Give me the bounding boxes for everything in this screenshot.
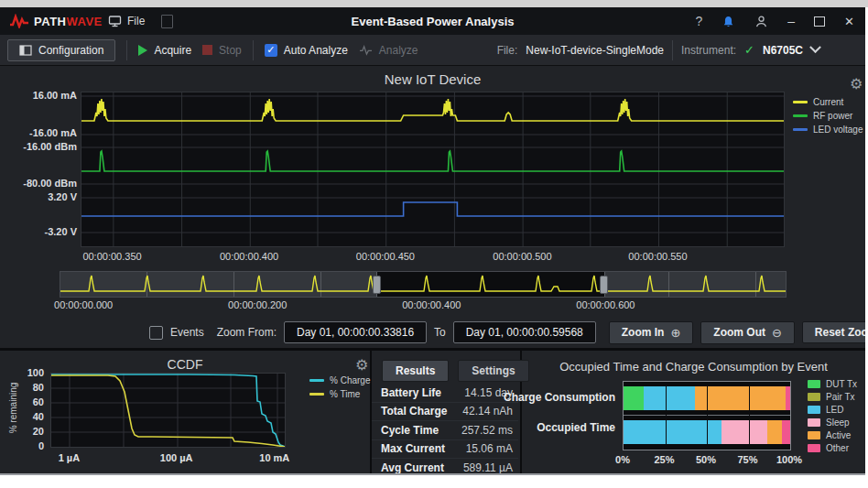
minimap-current-trace (60, 276, 786, 291)
bar-segment-other (786, 386, 790, 410)
event-chart-x-axis-labels: 0%25%50%75%100% (623, 454, 789, 467)
stop-button[interactable]: Stop (202, 44, 242, 57)
results-table: Battery Life14.15 dayTotal Charge42.14 n… (372, 384, 518, 473)
screenshot-stage: PATHWAVE File Event-Based Power Analysis… (0, 0, 868, 488)
tick-label: 00:00:00.000 (54, 299, 113, 310)
ccdf-settings-gear-icon[interactable]: ⚙ (355, 358, 368, 373)
event-chart-gridline (666, 382, 667, 450)
legend-item: RF power (793, 111, 863, 121)
main-chart-legend: CurrentRF powerLED voltage (793, 97, 863, 135)
bar-segment-active (695, 386, 785, 410)
zoom-to-input[interactable] (453, 321, 596, 343)
toolbar: Configuration Acquire Stop ✓ Auto Analyz… (0, 35, 865, 66)
result-label: Battery Life (381, 386, 441, 399)
auto-analyze-checkbox-checked[interactable]: ✓ (265, 44, 277, 57)
result-label: Cycle Time (381, 424, 439, 437)
legend-item: Sleep (808, 418, 857, 428)
tick-label: 00:00:00.500 (493, 251, 551, 262)
notifications-bell-icon[interactable] (722, 15, 735, 28)
zoom-out-button[interactable]: Zoom Out ⊖ (700, 321, 795, 344)
zoom-in-label: Zoom In (622, 326, 665, 339)
minimap-right-handle[interactable] (600, 276, 608, 294)
legend-swatch (808, 393, 820, 401)
event-chart-title: Occupied Time and Charge Consumption by … (522, 360, 865, 374)
legend-item: Active (808, 430, 857, 440)
toolbar-separator (253, 40, 254, 60)
ccdf-svg (51, 374, 285, 447)
event-chart-legend: DUT TxPair TxLEDSleepActiveOther (808, 379, 857, 453)
legend-item: % Time (309, 389, 370, 399)
acquire-button[interactable]: Acquire (138, 44, 191, 57)
main-waveform-plot[interactable] (81, 92, 785, 247)
bar-segment-dut-tx (624, 386, 644, 410)
result-row: Cycle Time257.52 ms (372, 421, 518, 440)
legend-swatch (808, 380, 820, 388)
zoom-in-button[interactable]: Zoom In ⊕ (609, 321, 694, 344)
tab-results[interactable]: Results (382, 360, 449, 382)
main-chart-settings-gear-icon[interactable]: ⚙ (850, 77, 863, 92)
tick-label: 3.20 V (48, 191, 77, 202)
legend-label: LED voltage (813, 125, 863, 135)
zoom-from-input[interactable] (284, 321, 427, 343)
main-chart-x-axis-labels: 00:00:00.35000:00:00.40000:00:00.45000:0… (81, 251, 783, 264)
sidebar-panel-icon (19, 45, 32, 56)
tab-settings[interactable]: Settings (458, 360, 528, 382)
tick-label: 10 mA (259, 452, 289, 463)
event-chart-gridline (749, 382, 750, 450)
legend-item: DUT Tx (808, 379, 857, 389)
user-account-icon[interactable] (754, 15, 768, 28)
legend-swatch (808, 444, 820, 452)
maximize-button[interactable] (814, 16, 825, 27)
instrument-value[interactable]: N6705C (763, 44, 803, 57)
configuration-button[interactable]: Configuration (7, 39, 115, 61)
tick-label: 60 (33, 396, 44, 407)
tick-label: 80 (33, 382, 44, 393)
result-value: 257.52 ms (461, 424, 513, 437)
instrument-connected-check-icon: ✓ (744, 43, 754, 57)
ccdf-title: CCDF (0, 357, 370, 372)
legend-label: RF power (813, 111, 852, 121)
auto-analyze-toggle[interactable]: ✓ Auto Analyze (265, 44, 348, 57)
result-label: Max Current (381, 442, 445, 455)
minimap-x-axis-labels: 00:00:00.00000:00:00.20000:00:00.40000:0… (60, 299, 785, 312)
toolbar-separator (126, 40, 127, 60)
result-row: Avg Current589.11 µA (372, 459, 518, 473)
file-label: File: (497, 44, 518, 57)
instrument-label: Instrument: (681, 44, 736, 57)
tick-label: 00:00:00.450 (356, 251, 415, 262)
legend-label: Sleep (826, 418, 850, 428)
result-label: Avg Current (381, 461, 444, 473)
reset-zoom-label: Reset Zoom (815, 326, 865, 339)
events-checkbox[interactable] (149, 326, 163, 340)
reset-zoom-button[interactable]: Reset Zoom (802, 321, 865, 343)
tick-label: 00:00:00.400 (220, 251, 278, 262)
minimap-left-handle[interactable] (373, 276, 381, 294)
timeline-minimap[interactable] (60, 271, 787, 298)
legend-swatch (808, 431, 820, 439)
legend-item: LED voltage (793, 125, 863, 135)
minimize-button[interactable]: – (787, 16, 795, 26)
analyze-label: Analyze (379, 44, 418, 57)
close-button[interactable]: ✕ (844, 15, 854, 28)
stop-icon (202, 45, 212, 55)
tick-label: 100 (27, 367, 44, 378)
tick-label: 1 µA (59, 452, 80, 463)
tick-label: 25% (654, 454, 674, 465)
legend-label: Active (826, 430, 851, 440)
help-icon[interactable]: ? (696, 14, 703, 28)
file-menu[interactable]: File (108, 7, 145, 35)
tick-label: 0% (615, 454, 630, 465)
tick-label: 100% (776, 454, 802, 465)
window-title: Event-Based Power Analysis (352, 7, 515, 35)
legend-label: % Time (330, 389, 360, 399)
legend-swatch (309, 379, 324, 382)
tick-label: 00:00:00.350 (82, 251, 141, 262)
ccdf-plot[interactable] (50, 373, 286, 448)
events-label: Events (170, 326, 204, 339)
chevron-down-icon[interactable] (809, 41, 821, 53)
category-charge-consumption: Charge Consumption (504, 391, 615, 404)
analyze-button[interactable]: Analyze (359, 44, 418, 57)
tick-label: 40 (33, 411, 44, 422)
play-icon (138, 45, 147, 56)
tick-label: -16.00 dBm (23, 141, 77, 152)
